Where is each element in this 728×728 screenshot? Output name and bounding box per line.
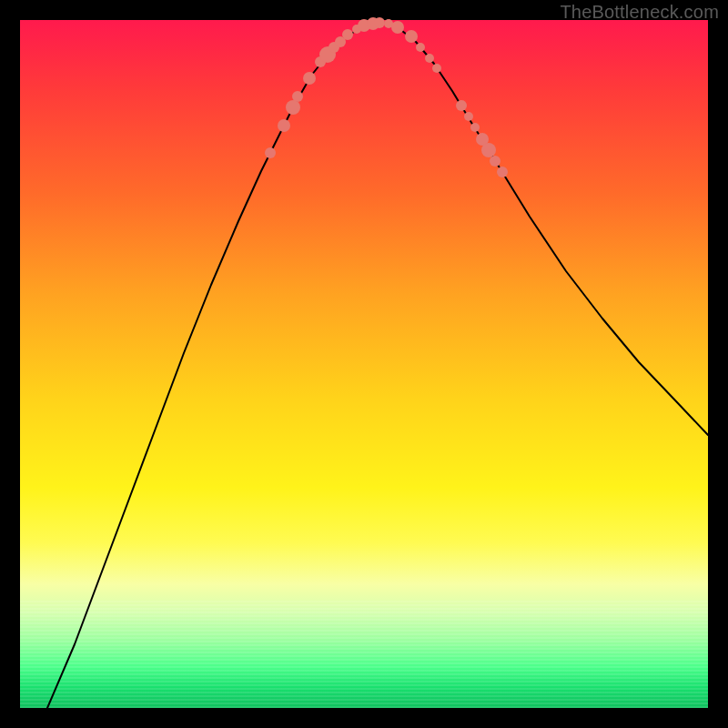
curve-dot — [265, 147, 276, 158]
chart-svg — [20, 20, 708, 708]
curve-dot — [342, 29, 353, 40]
curve-dot — [464, 112, 473, 121]
curve-dot — [425, 54, 434, 63]
curve-dot — [497, 167, 508, 177]
curve-dot — [470, 123, 480, 132]
curve-dot — [391, 21, 404, 34]
curve-dot — [432, 64, 441, 73]
curve-dot — [374, 17, 385, 28]
curve-dots — [265, 17, 508, 177]
curve-dot — [286, 100, 300, 115]
watermark-text: TheBottleneck.com — [560, 2, 719, 23]
curve-dot — [481, 143, 496, 157]
bottleneck-curve — [47, 23, 708, 708]
chart-frame — [20, 20, 708, 708]
curve-dot — [405, 30, 418, 43]
curve-dot — [303, 72, 316, 85]
curve-dot — [278, 119, 290, 132]
curve-dot — [490, 156, 500, 167]
curve-dot — [416, 43, 425, 52]
curve-dot — [456, 100, 467, 111]
curve-dot — [292, 91, 303, 102]
curve-path — [47, 23, 708, 708]
